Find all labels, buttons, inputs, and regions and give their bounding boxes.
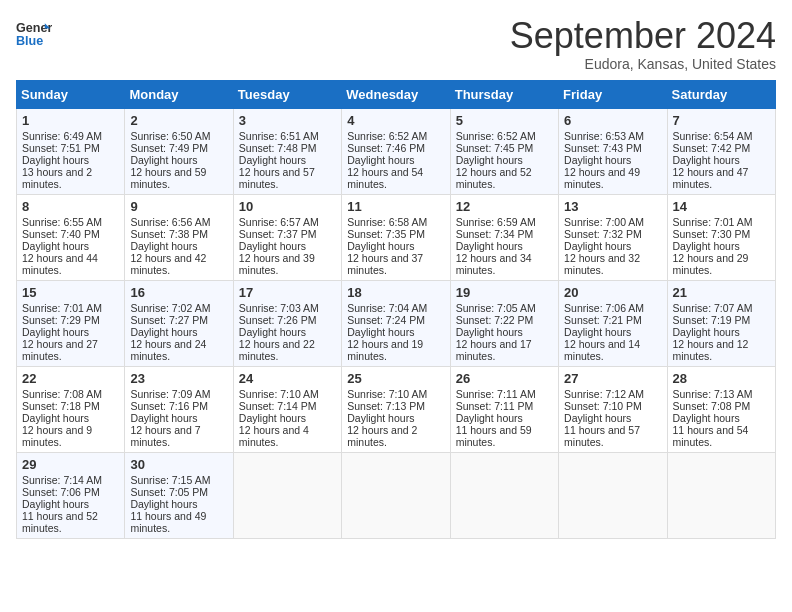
day-number: 3 [239, 113, 336, 128]
calendar-cell [342, 452, 450, 538]
sunset-label: Sunset: 7:08 PM [673, 400, 751, 412]
sunrise-label: Sunrise: 6:52 AM [456, 130, 536, 142]
daylight-label: Daylight hours [673, 412, 740, 424]
daylight-label: Daylight hours [347, 154, 414, 166]
daylight-label: Daylight hours [130, 412, 197, 424]
sunrise-label: Sunrise: 7:01 AM [22, 302, 102, 314]
calendar-cell [450, 452, 558, 538]
day-number: 1 [22, 113, 119, 128]
day-number: 7 [673, 113, 770, 128]
sunset-label: Sunset: 7:13 PM [347, 400, 425, 412]
sunrise-label: Sunrise: 6:53 AM [564, 130, 644, 142]
daylight-duration: 12 hours and 19 minutes. [347, 338, 423, 362]
sunrise-label: Sunrise: 7:08 AM [22, 388, 102, 400]
calendar-cell [667, 452, 775, 538]
sunset-label: Sunset: 7:18 PM [22, 400, 100, 412]
day-number: 8 [22, 199, 119, 214]
daylight-duration: 12 hours and 44 minutes. [22, 252, 98, 276]
sunrise-label: Sunrise: 7:04 AM [347, 302, 427, 314]
calendar-cell: 19Sunrise: 7:05 AMSunset: 7:22 PMDayligh… [450, 280, 558, 366]
daylight-duration: 12 hours and 4 minutes. [239, 424, 309, 448]
calendar-cell: 18Sunrise: 7:04 AMSunset: 7:24 PMDayligh… [342, 280, 450, 366]
sunset-label: Sunset: 7:16 PM [130, 400, 208, 412]
calendar-cell: 30Sunrise: 7:15 AMSunset: 7:05 PMDayligh… [125, 452, 233, 538]
sunrise-label: Sunrise: 6:49 AM [22, 130, 102, 142]
daylight-duration: 12 hours and 47 minutes. [673, 166, 749, 190]
daylight-duration: 12 hours and 54 minutes. [347, 166, 423, 190]
sunrise-label: Sunrise: 6:54 AM [673, 130, 753, 142]
daylight-duration: 12 hours and 22 minutes. [239, 338, 315, 362]
daylight-duration: 12 hours and 57 minutes. [239, 166, 315, 190]
daylight-duration: 12 hours and 9 minutes. [22, 424, 92, 448]
calendar-cell: 21Sunrise: 7:07 AMSunset: 7:19 PMDayligh… [667, 280, 775, 366]
sunset-label: Sunset: 7:35 PM [347, 228, 425, 240]
sunset-label: Sunset: 7:05 PM [130, 486, 208, 498]
calendar-cell: 20Sunrise: 7:06 AMSunset: 7:21 PMDayligh… [559, 280, 667, 366]
calendar-cell: 28Sunrise: 7:13 AMSunset: 7:08 PMDayligh… [667, 366, 775, 452]
sunset-label: Sunset: 7:46 PM [347, 142, 425, 154]
daylight-label: Daylight hours [564, 154, 631, 166]
sunrise-label: Sunrise: 7:01 AM [673, 216, 753, 228]
sunrise-label: Sunrise: 7:02 AM [130, 302, 210, 314]
daylight-label: Daylight hours [673, 240, 740, 252]
day-number: 17 [239, 285, 336, 300]
day-number: 21 [673, 285, 770, 300]
day-number: 25 [347, 371, 444, 386]
calendar-cell [233, 452, 341, 538]
sunrise-label: Sunrise: 7:06 AM [564, 302, 644, 314]
calendar-cell: 23Sunrise: 7:09 AMSunset: 7:16 PMDayligh… [125, 366, 233, 452]
sunrise-label: Sunrise: 7:00 AM [564, 216, 644, 228]
day-number: 28 [673, 371, 770, 386]
daylight-label: Daylight hours [564, 412, 631, 424]
calendar-cell: 29Sunrise: 7:14 AMSunset: 7:06 PMDayligh… [17, 452, 125, 538]
calendar-cell: 1Sunrise: 6:49 AMSunset: 7:51 PMDaylight… [17, 108, 125, 194]
header: General Blue September 2024 Eudora, Kans… [16, 16, 776, 72]
daylight-label: Daylight hours [22, 498, 89, 510]
calendar-cell: 10Sunrise: 6:57 AMSunset: 7:37 PMDayligh… [233, 194, 341, 280]
sunrise-label: Sunrise: 6:57 AM [239, 216, 319, 228]
col-saturday: Saturday [667, 80, 775, 108]
sunset-label: Sunset: 7:32 PM [564, 228, 642, 240]
daylight-duration: 12 hours and 37 minutes. [347, 252, 423, 276]
col-sunday: Sunday [17, 80, 125, 108]
col-wednesday: Wednesday [342, 80, 450, 108]
day-number: 15 [22, 285, 119, 300]
daylight-duration: 12 hours and 12 minutes. [673, 338, 749, 362]
sunrise-label: Sunrise: 7:10 AM [239, 388, 319, 400]
sunset-label: Sunset: 7:40 PM [22, 228, 100, 240]
sunrise-label: Sunrise: 6:56 AM [130, 216, 210, 228]
svg-text:Blue: Blue [16, 34, 43, 48]
daylight-duration: 12 hours and 39 minutes. [239, 252, 315, 276]
sunrise-label: Sunrise: 6:51 AM [239, 130, 319, 142]
day-number: 10 [239, 199, 336, 214]
sunrise-label: Sunrise: 7:12 AM [564, 388, 644, 400]
sunrise-label: Sunrise: 7:09 AM [130, 388, 210, 400]
daylight-duration: 12 hours and 49 minutes. [564, 166, 640, 190]
calendar-cell: 14Sunrise: 7:01 AMSunset: 7:30 PMDayligh… [667, 194, 775, 280]
daylight-duration: 12 hours and 34 minutes. [456, 252, 532, 276]
daylight-label: Daylight hours [347, 412, 414, 424]
calendar-cell: 27Sunrise: 7:12 AMSunset: 7:10 PMDayligh… [559, 366, 667, 452]
calendar-cell: 9Sunrise: 6:56 AMSunset: 7:38 PMDaylight… [125, 194, 233, 280]
sunset-label: Sunset: 7:29 PM [22, 314, 100, 326]
daylight-duration: 12 hours and 24 minutes. [130, 338, 206, 362]
logo-icon: General Blue [16, 16, 52, 52]
sunset-label: Sunset: 7:45 PM [456, 142, 534, 154]
day-number: 24 [239, 371, 336, 386]
daylight-duration: 12 hours and 14 minutes. [564, 338, 640, 362]
day-number: 5 [456, 113, 553, 128]
day-number: 18 [347, 285, 444, 300]
day-number: 20 [564, 285, 661, 300]
col-thursday: Thursday [450, 80, 558, 108]
daylight-label: Daylight hours [22, 326, 89, 338]
day-number: 14 [673, 199, 770, 214]
day-number: 22 [22, 371, 119, 386]
calendar-cell: 11Sunrise: 6:58 AMSunset: 7:35 PMDayligh… [342, 194, 450, 280]
title-area: September 2024 Eudora, Kansas, United St… [510, 16, 776, 72]
calendar-cell: 24Sunrise: 7:10 AMSunset: 7:14 PMDayligh… [233, 366, 341, 452]
day-number: 16 [130, 285, 227, 300]
daylight-duration: 12 hours and 27 minutes. [22, 338, 98, 362]
day-number: 30 [130, 457, 227, 472]
daylight-label: Daylight hours [22, 412, 89, 424]
sunset-label: Sunset: 7:06 PM [22, 486, 100, 498]
